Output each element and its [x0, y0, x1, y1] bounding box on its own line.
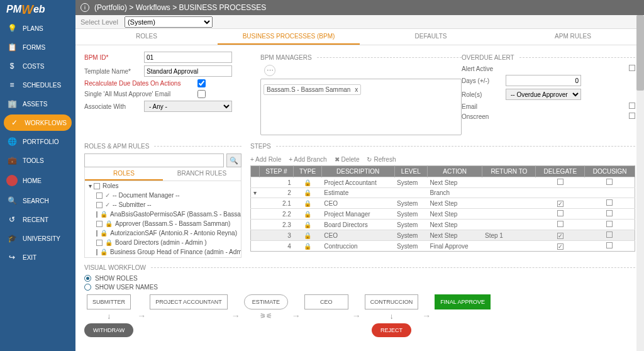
show-roles-label: SHOW ROLES [95, 275, 138, 282]
nav-portfolio[interactable]: 🌐PORTFOLIO [0, 132, 75, 151]
docusign-checkbox[interactable] [606, 242, 613, 248]
singleall-checkbox[interactable] [197, 90, 206, 98]
flow-ceo[interactable]: CEO [304, 294, 348, 309]
docusign-checkbox[interactable] [606, 221, 613, 227]
refresh-button[interactable]: ↻ Refresh [367, 156, 396, 163]
delegate-checkbox[interactable] [557, 243, 564, 250]
nav-plans-icon: 💡 [6, 24, 18, 33]
lock-icon: 🔒 [304, 232, 311, 239]
lock-icon: 🔒 [100, 211, 108, 218]
lock-icon: 🔒 [105, 239, 113, 246]
tree-item[interactable]: 🔒AutorizacionSAF (Antonio.R - Antonio Re… [85, 228, 241, 238]
singleall-label: Single 'All Must Approve' Email [84, 91, 197, 98]
table-row[interactable]: 2.2🔒Project ManagerSystemNext Step [251, 209, 635, 220]
nav-workflows-icon: ✓ [9, 118, 19, 127]
nav-schedules[interactable]: ≡SCHEDULES [0, 75, 75, 94]
days-label: Days (+/-) [462, 77, 506, 84]
info-icon[interactable]: i [80, 3, 89, 12]
add-role-button[interactable]: + Add Role [250, 156, 281, 163]
sidebar: PMWeb 💡PLANS📋FORMS$COSTS≡SCHEDULES🏢ASSET… [0, 0, 75, 351]
flow-final[interactable]: FINAL APPROVE [435, 294, 491, 309]
visual-title: VISUAL WORKFLOW [84, 264, 635, 271]
delegate-checkbox[interactable] [557, 233, 564, 239]
add-branch-button[interactable]: + Add Branch [289, 156, 326, 163]
tab-2[interactable]: DEFAULTS [360, 29, 502, 45]
nav-university[interactable]: 🎓UNIVERSITY [0, 229, 75, 248]
tree-item[interactable]: ✓-- Submitter -- [85, 200, 241, 209]
show-users-label: SHOW USER NAMES [95, 284, 158, 291]
tab-1[interactable]: BUSINESS PROCESSES (BPM) [218, 29, 360, 45]
nav-costs[interactable]: $COSTS [0, 57, 75, 75]
table-row[interactable]: 1🔒Project AccountantSystemNext Step [251, 177, 635, 188]
nav-search[interactable]: 🔍SEARCH [0, 191, 75, 210]
nav-costs-icon: $ [6, 62, 18, 70]
table-row[interactable]: ▾2🔒EstimateBranch [251, 188, 635, 198]
docusign-checkbox[interactable] [606, 210, 613, 216]
arrow-icon: → [422, 311, 431, 321]
nav-university-icon: 🎓 [6, 234, 18, 243]
delegate-checkbox[interactable] [557, 201, 564, 207]
managers-more-icon[interactable]: ⋯ [264, 65, 275, 76]
tree-item[interactable]: 🔒Approver (Bassam.S - Bassam Samman) [85, 219, 241, 228]
tab-3[interactable]: APM RULES [502, 29, 644, 45]
nav-workflows[interactable]: ✓WORKFLOWS [4, 114, 72, 131]
nav-tools[interactable]: 💼TOOLS [0, 151, 75, 170]
tab-0[interactable]: ROLES [75, 29, 218, 45]
tree-item[interactable]: 🔒AnaBsisGastoPermisoSAF (Bassam.S - Bass… [85, 209, 241, 219]
table-row[interactable]: 3🔒CEOSystemNext StepStep 1 [251, 230, 635, 241]
bpmid-input[interactable] [144, 52, 232, 63]
flow-submitter[interactable]: SUBMITTER [87, 294, 131, 309]
show-roles-radio[interactable] [84, 275, 91, 282]
onscreen-checkbox[interactable] [629, 113, 635, 119]
alert-active-checkbox[interactable] [629, 65, 635, 71]
nav-exit[interactable]: ↪EXIT [0, 248, 75, 267]
delegate-checkbox[interactable] [557, 221, 564, 227]
nav-search-icon: 🔍 [6, 196, 18, 205]
flow-pa[interactable]: PROJECT ACCOUNTANT [150, 294, 228, 309]
nav-home[interactable]: HOME [0, 170, 75, 191]
steps-grid[interactable]: STEP #TYPEDESCRIPTIONLEVELACTIONRETURN T… [250, 165, 635, 252]
delegate-checkbox[interactable] [557, 179, 564, 185]
subtab-0[interactable]: ROLES [85, 167, 163, 181]
nav-recent[interactable]: ↺RECENT [0, 210, 75, 229]
tree-item[interactable]: ▾Roles [85, 181, 241, 191]
days-input[interactable] [506, 75, 581, 86]
arrow-icon: → [292, 311, 301, 321]
nav-assets[interactable]: 🏢ASSETS [0, 94, 75, 113]
table-row[interactable]: 2.1🔒CEOSystemNext Step [251, 198, 635, 209]
show-users-radio[interactable] [84, 284, 91, 291]
docusign-checkbox[interactable] [606, 199, 613, 206]
docusign-checkbox[interactable] [606, 231, 613, 238]
select-level[interactable]: (System) [125, 16, 213, 28]
roles-select[interactable]: -- Overdue Approver -- [506, 89, 581, 100]
chip-remove-icon[interactable]: x [355, 86, 358, 93]
manager-chip[interactable]: Bassam.S - Bassam Samman x [264, 84, 361, 95]
flow-reject[interactable]: REJECT [372, 323, 411, 337]
nav-forms[interactable]: 📋FORMS [0, 38, 75, 57]
docusign-checkbox[interactable] [606, 179, 613, 185]
branch-icon: ⚞⚟ [260, 312, 272, 320]
nav-plans[interactable]: 💡PLANS [0, 19, 75, 38]
managers-box[interactable]: Bassam.S - Bassam Samman x [260, 79, 462, 135]
flow-estimate[interactable]: ESTIMATE [244, 294, 288, 309]
associate-select[interactable]: - Any - [144, 101, 232, 112]
table-row[interactable]: 2.3🔒Board DirectorsSystemNext Step [251, 220, 635, 230]
subtab-1[interactable]: BRANCH RULES [163, 167, 241, 181]
roles-tree[interactable]: ▾Roles✓-- Document Manager --✓-- Submitt… [84, 181, 242, 258]
delegate-checkbox[interactable] [557, 210, 564, 216]
vertical-scrollbar[interactable] [636, 15, 644, 351]
tree-item[interactable]: 🔒Board Directors (admin - Admin ) [85, 238, 241, 247]
roles-search-input[interactable] [84, 153, 224, 167]
delete-button[interactable]: ✖ Delete [335, 156, 360, 163]
template-input[interactable] [144, 65, 232, 77]
onscreen-label: Onscreen [462, 113, 506, 120]
table-row[interactable]: 4🔒ContruccionSystemFinal Approve [251, 241, 635, 252]
email-checkbox[interactable] [629, 103, 635, 109]
recalc-checkbox[interactable] [197, 79, 206, 87]
flow-con[interactable]: CONTRUCCION [365, 294, 419, 309]
nav-tools-icon: 💼 [6, 156, 18, 165]
flow-withdraw[interactable]: WITHDRAW [84, 323, 133, 337]
search-icon[interactable]: 🔍 [226, 153, 242, 167]
tree-item[interactable]: 🔒Business Group Head of Finance (admin -… [85, 247, 241, 257]
tree-item[interactable]: ✓-- Document Manager -- [85, 191, 241, 200]
